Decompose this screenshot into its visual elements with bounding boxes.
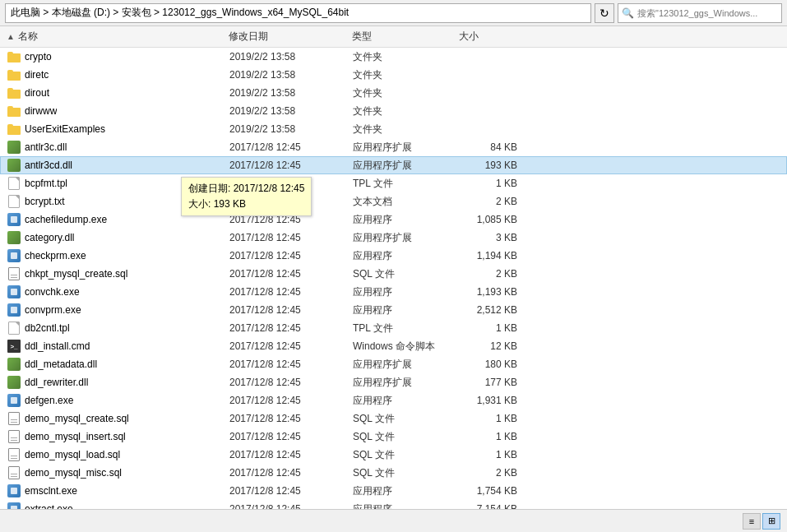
- file-type: SQL 文件: [353, 448, 460, 462]
- column-date-header[interactable]: 修改日期: [229, 30, 352, 44]
- folder-icon: [7, 88, 21, 99]
- view-options: ≡ ⊞: [743, 513, 780, 530]
- file-size: 177 KB: [460, 377, 525, 388]
- file-name: chkpt_mysql_create.sql: [25, 268, 127, 280]
- folder-icon: [7, 124, 21, 135]
- table-row[interactable]: chkpt_mysql_create.sql 2017/12/8 12:45 S…: [0, 265, 787, 283]
- table-row[interactable]: antlr3c.dll 2017/12/8 12:45 应用程序扩展 84 KB: [0, 138, 787, 156]
- file-name: crypto: [25, 51, 52, 62]
- file-name: ddl_rewriter.dll: [25, 377, 88, 388]
- file-type: 文本文档: [353, 195, 460, 209]
- file-icon-container: [7, 213, 21, 226]
- table-row[interactable]: diretc 2019/2/2 13:58 文件夹: [0, 66, 787, 84]
- file-size: 1,754 KB: [460, 485, 525, 497]
- table-row[interactable]: UserExitExamples 2019/2/2 13:58 文件夹: [0, 120, 787, 138]
- file-name: category.dll: [25, 232, 74, 243]
- file-icon-container: [7, 267, 21, 280]
- file-icon-container: [7, 484, 21, 497]
- file-date: 2019/2/2 13:58: [229, 105, 353, 117]
- table-row[interactable]: dirwww 2019/2/2 13:58 文件夹: [0, 102, 787, 120]
- file-type: 应用程序: [353, 484, 460, 498]
- table-row[interactable]: checkprm.exe 2017/12/8 12:45 应用程序 1,194 …: [0, 247, 787, 265]
- table-row[interactable]: >_ ddl_install.cmd 2017/12/8 12:45 Windo…: [0, 337, 787, 355]
- table-row[interactable]: demo_mysql_misc.sql 2017/12/8 12:45 SQL …: [0, 464, 787, 482]
- table-row[interactable]: ddl_metadata.dll 2017/12/8 12:45 应用程序扩展 …: [0, 355, 787, 373]
- file-list: crypto 2019/2/2 13:58 文件夹 diretc 2019/2/…: [0, 48, 787, 509]
- file-icon-container: [7, 412, 21, 425]
- file-name-cell: category.dll: [7, 231, 229, 244]
- file-name-cell: >_ ddl_install.cmd: [7, 340, 229, 353]
- details-view-button[interactable]: ⊞: [762, 513, 780, 530]
- dll-icon: [7, 376, 21, 389]
- file-type: 文件夹: [353, 104, 460, 118]
- file-name-cell: chkpt_mysql_create.sql: [7, 267, 229, 280]
- file-date: 2017/12/8 12:45: [229, 141, 353, 153]
- table-row[interactable]: crypto 2019/2/2 13:58 文件夹: [0, 48, 787, 66]
- column-name-header[interactable]: ▲ 名称: [7, 30, 229, 44]
- search-box[interactable]: 🔍: [618, 3, 782, 23]
- table-row[interactable]: convprm.exe 2017/12/8 12:45 应用程序 2,512 K…: [0, 301, 787, 319]
- file-size: 1,194 KB: [460, 250, 525, 261]
- file-type: Windows 命令脚本: [353, 340, 460, 354]
- file-icon-container: [7, 394, 21, 407]
- table-row[interactable]: antlr3cd.dll 2017/12/8 12:45 应用程序扩展 193 …: [0, 156, 787, 174]
- file-icon-container: [7, 285, 21, 298]
- folder-icon: [7, 70, 21, 81]
- file-name: ddl_metadata.dll: [25, 359, 97, 370]
- file-name: convprm.exe: [25, 304, 81, 316]
- file-type: 文件夹: [353, 50, 460, 64]
- table-row[interactable]: convchk.exe 2017/12/8 12:45 应用程序 1,193 K…: [0, 283, 787, 301]
- file-type: 文件夹: [353, 86, 460, 100]
- address-path[interactable]: 此电脑 > 本地磁盘 (D:) > 安装包 > 123012_ggs_Windo…: [5, 3, 591, 23]
- table-row[interactable]: emsclnt.exe 2017/12/8 12:45 应用程序 1,754 K…: [0, 482, 787, 500]
- table-row[interactable]: bcrypt.txt 2017/12/8 12:45 文本文档 2 KB: [0, 192, 787, 210]
- file-type: 应用程序: [353, 285, 460, 299]
- table-row[interactable]: db2cntl.tpl 2017/12/8 12:45 TPL 文件 1 KB: [0, 319, 787, 337]
- column-type-header[interactable]: 类型: [352, 30, 459, 44]
- file-size: 1,085 KB: [460, 214, 525, 225]
- table-row[interactable]: cachefiledump.exe 2017/12/8 12:45 应用程序 1…: [0, 210, 787, 229]
- file-size: 2 KB: [460, 467, 525, 479]
- exe-icon: [7, 303, 21, 317]
- file-name: dirwww: [25, 105, 57, 117]
- breadcrumb: 此电脑 > 本地磁盘 (D:) > 安装包 > 123012_ggs_Windo…: [11, 6, 349, 20]
- file-name-cell: db2cntl.tpl: [7, 322, 229, 335]
- exe-icon: [7, 249, 21, 262]
- table-row[interactable]: ddl_rewriter.dll 2017/12/8 12:45 应用程序扩展 …: [0, 373, 787, 391]
- table-row[interactable]: defgen.exe 2017/12/8 12:45 应用程序 1,931 KB: [0, 391, 787, 409]
- file-name-cell: demo_mysql_misc.sql: [7, 466, 229, 479]
- search-icon: 🔍: [622, 7, 634, 19]
- file-name-cell: demo_mysql_load.sql: [7, 448, 229, 461]
- file-date: 2017/12/8 12:45: [229, 449, 353, 460]
- file-name: dirout: [25, 87, 49, 99]
- tooltip-line2: 大小: 193 KB: [188, 197, 304, 212]
- file-name: UserExitExamples: [25, 123, 105, 135]
- refresh-button[interactable]: ↻: [595, 3, 614, 23]
- file-date: 2019/2/2 13:58: [229, 51, 353, 62]
- file-name: extract.exe: [25, 503, 73, 509]
- file-name-cell: ddl_rewriter.dll: [7, 376, 229, 389]
- file-name-cell: dirwww: [7, 104, 229, 118]
- file-icon-container: [7, 50, 21, 63]
- table-row[interactable]: demo_mysql_load.sql 2017/12/8 12:45 SQL …: [0, 446, 787, 464]
- table-row[interactable]: dirout 2019/2/2 13:58 文件夹: [0, 84, 787, 102]
- table-row[interactable]: extract.exe 2017/12/8 12:45 应用程序 7,154 K…: [0, 500, 787, 509]
- file-name: checkprm.exe: [25, 250, 86, 261]
- file-size: 12 KB: [460, 340, 525, 352]
- search-input[interactable]: [637, 8, 769, 18]
- table-row[interactable]: demo_mysql_insert.sql 2017/12/8 12:45 SQ…: [0, 428, 787, 446]
- file-icon-container: [7, 231, 21, 244]
- file-date: 2019/2/2 13:58: [229, 123, 353, 135]
- list-view-button[interactable]: ≡: [743, 513, 761, 530]
- table-row[interactable]: bcpfmt.tpl 2017/12/8 12:45 TPL 文件 1 KB: [0, 174, 787, 192]
- file-icon: [8, 195, 20, 208]
- sort-arrow-up: ▲: [7, 32, 15, 41]
- file-name-cell: demo_mysql_create.sql: [7, 412, 229, 425]
- column-size-header[interactable]: 大小: [459, 30, 525, 44]
- cmd-icon: >_: [7, 340, 21, 353]
- table-row[interactable]: category.dll 2017/12/8 12:45 应用程序扩展 3 KB: [0, 229, 787, 247]
- file-name-cell: demo_mysql_insert.sql: [7, 430, 229, 443]
- column-headers: ▲ 名称 修改日期 类型 大小: [0, 26, 787, 48]
- table-row[interactable]: demo_mysql_create.sql 2017/12/8 12:45 SQ…: [0, 409, 787, 428]
- file-name: antlr3c.dll: [25, 141, 67, 153]
